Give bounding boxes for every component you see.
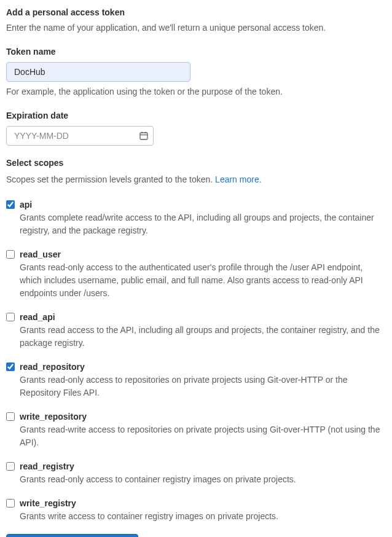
- create-token-button[interactable]: Create personal access token: [6, 534, 138, 537]
- scope-checkbox-read_user[interactable]: [6, 250, 15, 259]
- scope-name: read_registry: [20, 460, 386, 473]
- page-intro: Enter the name of your application, and …: [6, 22, 386, 34]
- expiration-input[interactable]: [6, 126, 154, 146]
- scope-text: read_apiGrants read access to the API, i…: [20, 311, 386, 350]
- scope-checkbox-write_registry[interactable]: [6, 499, 15, 508]
- scope-text: read_repositoryGrants read-only access t…: [20, 361, 386, 399]
- scope-list: apiGrants complete read/write access to …: [6, 198, 386, 523]
- scopes-section: Select scopes Scopes set the permission …: [6, 157, 386, 523]
- page-heading: Add a personal access token: [6, 6, 386, 19]
- scope-text: read_userGrants read-only access to the …: [20, 248, 386, 300]
- scopes-helper: Scopes set the permission levels granted…: [6, 173, 386, 186]
- scope-name: api: [20, 198, 386, 211]
- scope-checkbox-write_repository[interactable]: [6, 412, 15, 421]
- scope-desc: Grants read-only access to repositories …: [20, 374, 386, 399]
- scope-desc: Grants read access to the API, including…: [20, 324, 386, 350]
- scope-item-read_registry: read_registryGrants read-only access to …: [6, 460, 386, 486]
- token-name-field: Token name For example, the application …: [6, 45, 386, 98]
- scope-desc: Grants read-only access to the authentic…: [20, 261, 386, 300]
- scope-checkbox-read_registry[interactable]: [6, 462, 15, 471]
- expiration-field: Expiration date: [6, 109, 386, 146]
- scope-name: read_api: [20, 311, 386, 324]
- scope-name: write_registry: [20, 497, 386, 510]
- scope-desc: Grants complete read/write access to the…: [20, 211, 386, 237]
- scope-item-read_api: read_apiGrants read access to the API, i…: [6, 311, 386, 350]
- scope-desc: Grants read-only access to container reg…: [20, 473, 386, 486]
- scope-text: read_registryGrants read-only access to …: [20, 460, 386, 486]
- scope-item-read_repository: read_repositoryGrants read-only access t…: [6, 361, 386, 399]
- token-name-helper: For example, the application using the t…: [6, 85, 386, 98]
- scope-name: write_repository: [20, 410, 386, 423]
- learn-more-link[interactable]: Learn more.: [215, 174, 261, 184]
- scope-checkbox-api[interactable]: [6, 200, 15, 209]
- token-name-input[interactable]: [6, 62, 190, 82]
- scope-item-read_user: read_userGrants read-only access to the …: [6, 248, 386, 300]
- scope-item-write_registry: write_registryGrants write access to con…: [6, 497, 386, 523]
- scope-text: write_registryGrants write access to con…: [20, 497, 386, 523]
- scope-checkbox-read_api[interactable]: [6, 313, 15, 321]
- scope-text: apiGrants complete read/write access to …: [20, 198, 386, 237]
- scope-desc: Grants read-write access to repositories…: [20, 423, 386, 449]
- scope-name: read_repository: [20, 361, 386, 374]
- token-name-label: Token name: [6, 45, 386, 58]
- scope-name: read_user: [20, 248, 386, 261]
- scope-desc: Grants write access to container registr…: [20, 510, 386, 523]
- scopes-label: Select scopes: [6, 157, 386, 170]
- scope-item-api: apiGrants complete read/write access to …: [6, 198, 386, 237]
- expiration-label: Expiration date: [6, 109, 386, 122]
- scope-checkbox-read_repository[interactable]: [6, 363, 15, 371]
- scope-text: write_repositoryGrants read-write access…: [20, 410, 386, 449]
- scope-item-write_repository: write_repositoryGrants read-write access…: [6, 410, 386, 449]
